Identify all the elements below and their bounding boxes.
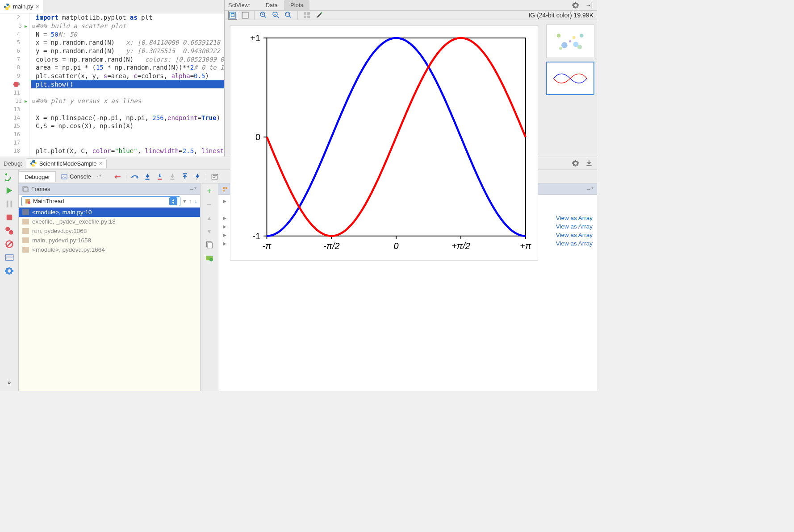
- plot-main[interactable]: -10+1-π-π/20+π/2+π: [230, 25, 538, 261]
- gutter-row[interactable]: 2: [0, 13, 29, 22]
- zoom-1-1-icon[interactable]: 1:1: [284, 11, 293, 20]
- frame-item[interactable]: run, pydevd.py:1068: [19, 226, 200, 236]
- code-line[interactable]: plt.show(): [31, 80, 224, 89]
- layout-icon[interactable]: [5, 253, 14, 262]
- sciview-tab-data[interactable]: Data: [259, 0, 284, 10]
- view-as-array-link[interactable]: View as Array: [556, 223, 593, 230]
- code-line[interactable]: import matplotlib.pyplot as plt: [31, 13, 224, 22]
- code-line[interactable]: ⊟#%% plot y versus x as lines: [31, 97, 224, 105]
- gutter-row[interactable]: 14: [0, 113, 29, 122]
- view-as-array-link[interactable]: View as Array: [556, 240, 593, 247]
- gear-icon[interactable]: [571, 159, 580, 168]
- debugger-tab[interactable]: Debugger: [19, 171, 56, 182]
- code-line[interactable]: [31, 88, 224, 97]
- editor-tabs: main.py ×: [0, 0, 224, 13]
- code-line[interactable]: ⊟#%% build a scatter plot: [31, 22, 224, 30]
- step-out-icon[interactable]: [181, 173, 189, 181]
- code-line[interactable]: area = np.pi * (15 * np.random.rand(N))*…: [31, 63, 224, 72]
- gutter-row[interactable]: 3▶: [0, 22, 29, 30]
- watch-up-icon[interactable]: ▲: [205, 214, 213, 222]
- plot-thumbnail-sine[interactable]: [546, 62, 594, 95]
- settings-icon[interactable]: [5, 266, 14, 275]
- gutter-row[interactable]: 16: [0, 130, 29, 139]
- actual-size-icon[interactable]: [241, 11, 250, 20]
- copy-icon[interactable]: [205, 241, 213, 249]
- view-breakpoints-icon[interactable]: [5, 226, 14, 235]
- dropdown-icon[interactable]: ▾: [183, 198, 186, 204]
- svg-rect-43: [10, 201, 12, 208]
- svg-line-8: [277, 16, 279, 18]
- mute-breakpoints-icon[interactable]: [5, 240, 14, 249]
- frame-item[interactable]: <module>, main.py:10: [19, 208, 200, 217]
- download-icon[interactable]: [585, 159, 593, 168]
- frame-down-icon[interactable]: ↓: [195, 198, 198, 204]
- frame-item[interactable]: execfile, _pydev_execfile.py:18: [19, 217, 200, 226]
- code-line[interactable]: X = np.linspace(-np.pi, np.pi, 256,endpo…: [31, 113, 224, 122]
- hide-icon[interactable]: →|: [585, 1, 593, 10]
- code-line[interactable]: x = np.random.rand(N) x: [0.84110099 0.6…: [31, 38, 224, 47]
- pin-icon[interactable]: »: [5, 378, 14, 387]
- pin-icon[interactable]: →*: [586, 186, 593, 192]
- thread-selector[interactable]: MainThread ▲▼: [21, 196, 180, 206]
- evaluate-expression-icon[interactable]: [211, 173, 219, 181]
- close-icon[interactable]: ×: [36, 3, 39, 10]
- watch-down-icon[interactable]: ▼: [205, 227, 213, 235]
- code-line[interactable]: N = 50 N: 50: [31, 30, 224, 38]
- step-into-my-code-icon[interactable]: [156, 173, 164, 181]
- gutter-row[interactable]: 7: [0, 55, 29, 63]
- gutter-row[interactable]: 10: [0, 80, 29, 89]
- frame-item[interactable]: main, pydevd.py:1658: [19, 236, 200, 245]
- grid-icon[interactable]: [302, 11, 311, 20]
- code-line[interactable]: plt.plot(X, C, color="blue", linewidth=2…: [31, 147, 224, 155]
- gutter-row[interactable]: 5: [0, 38, 29, 47]
- pause-icon[interactable]: [5, 200, 14, 208]
- code-line[interactable]: plt.scatter(x, y, s=area, c=colors, alph…: [31, 72, 224, 80]
- plot-thumbnail-scatter[interactable]: [546, 25, 594, 58]
- code-line[interactable]: y = np.random.rand(N) y: [0.3075515 0.94…: [31, 47, 224, 55]
- gutter-row[interactable]: 12▶: [0, 97, 29, 105]
- stop-icon[interactable]: [5, 213, 14, 222]
- run-to-cursor-icon[interactable]: I: [193, 173, 201, 181]
- code-line[interactable]: C,S = np.cos(X), np.sin(X): [31, 122, 224, 130]
- gutter-row[interactable]: 18: [0, 147, 29, 155]
- show-execution-point-icon[interactable]: [113, 173, 121, 181]
- new-watch-icon[interactable]: +: [205, 187, 213, 195]
- force-step-into-icon[interactable]: [168, 173, 176, 181]
- code-line[interactable]: [31, 138, 224, 147]
- frame-item[interactable]: <module>, pydevd.py:1664: [19, 245, 200, 254]
- code-line[interactable]: [31, 130, 224, 139]
- zoom-in-icon[interactable]: [259, 11, 268, 20]
- pin-icon[interactable]: →*: [189, 186, 196, 192]
- gutter-row[interactable]: 6: [0, 47, 29, 55]
- svg-rect-1: [231, 14, 234, 17]
- run-config-tab[interactable]: ScientificModeSample ×: [26, 158, 107, 168]
- gutter-row[interactable]: 15: [0, 122, 29, 130]
- gutter-row[interactable]: 4: [0, 30, 29, 38]
- code-line[interactable]: [31, 105, 224, 114]
- frame-up-icon[interactable]: ↑: [189, 198, 192, 204]
- step-into-icon[interactable]: [143, 173, 151, 181]
- view-as-array-link[interactable]: View as Array: [556, 215, 593, 221]
- gutter-row[interactable]: 11: [0, 88, 29, 97]
- zoom-out-icon[interactable]: [272, 11, 280, 20]
- fit-content-icon[interactable]: [228, 11, 237, 20]
- gutter-row[interactable]: 8: [0, 63, 29, 72]
- gutter-row[interactable]: 13: [0, 105, 29, 114]
- breakpoint-marker[interactable]: [13, 82, 19, 87]
- show-watches-icon[interactable]: [205, 254, 213, 262]
- step-over-icon[interactable]: [131, 173, 139, 181]
- editor-tab-main[interactable]: main.py ×: [0, 0, 43, 13]
- resume-icon[interactable]: [5, 186, 14, 195]
- remove-watch-icon[interactable]: −: [205, 200, 213, 208]
- gutter-row[interactable]: 17: [0, 138, 29, 147]
- frames-panel: Frames →* MainThread ▲▼ ▾ ↑ ↓ <module>, …: [19, 183, 201, 391]
- code-line[interactable]: colors = np.random.rand(N) colors: [0.60…: [31, 55, 224, 63]
- color-picker-icon[interactable]: [315, 11, 324, 20]
- gear-icon[interactable]: [571, 1, 580, 10]
- sciview-tab-plots[interactable]: Plots: [284, 0, 309, 10]
- console-tab[interactable]: Console →*: [56, 171, 107, 182]
- rerun-icon[interactable]: [5, 173, 14, 182]
- close-icon[interactable]: ×: [99, 160, 103, 167]
- gutter-row[interactable]: 9: [0, 72, 29, 80]
- view-as-array-link[interactable]: View as Array: [556, 232, 593, 238]
